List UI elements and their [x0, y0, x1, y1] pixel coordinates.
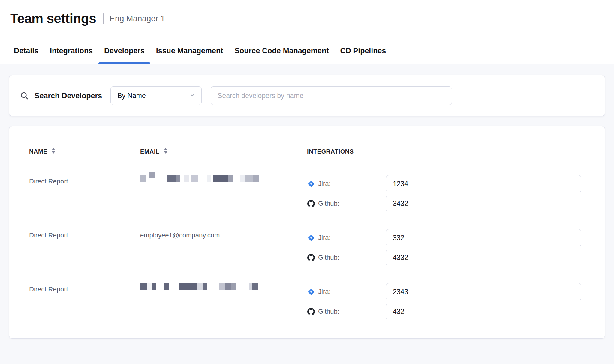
developers-table: NAME EMAIL: [9, 126, 605, 339]
search-panel: Search Developers By Name: [9, 75, 605, 116]
sort-icon[interactable]: [163, 147, 168, 156]
github-integration: Github:: [307, 195, 581, 212]
search-input[interactable]: [211, 86, 452, 105]
github-integration: Github:: [307, 249, 581, 266]
integrations-cell: Jira: Github:: [307, 274, 594, 328]
redaction-pixels: [140, 175, 307, 182]
tab-issue-management[interactable]: Issue Management: [150, 37, 229, 64]
tab-developers[interactable]: Developers: [98, 37, 150, 64]
github-id-input[interactable]: [386, 195, 581, 212]
column-header-integrations: INTEGRATIONS: [307, 148, 594, 155]
jira-label: Jira:: [318, 234, 331, 242]
github-id-input[interactable]: [386, 303, 581, 320]
search-filter-select[interactable]: By Name: [110, 86, 202, 105]
column-label-integrations: INTEGRATIONS: [307, 148, 354, 155]
jira-icon: [307, 234, 315, 241]
jira-integration: Jira:: [307, 229, 581, 246]
tab-cd-pipelines[interactable]: CD Pipelines: [335, 37, 392, 64]
github-icon: [307, 254, 315, 261]
page-title: Team settings: [10, 11, 96, 26]
table-row: Direct Report: [20, 274, 594, 328]
column-header-name[interactable]: NAME: [20, 147, 140, 156]
content-area: Search Developers By Name NAME: [0, 64, 614, 364]
developer-name: Direct Report: [20, 166, 140, 220]
github-label: Github:: [318, 200, 339, 207]
chevron-down-icon: [189, 92, 195, 99]
jira-id-input[interactable]: [386, 283, 581, 300]
developer-name: Direct Report: [20, 220, 140, 274]
tab-details[interactable]: Details: [8, 37, 44, 64]
column-label-name: NAME: [29, 148, 47, 155]
developer-email: employee1@company.com: [140, 220, 307, 274]
redaction-pixels: [140, 283, 307, 290]
table-header-row: NAME EMAIL: [20, 126, 594, 166]
developer-email-redacted: [140, 166, 307, 220]
jira-id-input[interactable]: [386, 175, 581, 192]
github-integration: Github:: [307, 303, 581, 320]
jira-id-input[interactable]: [386, 229, 581, 246]
jira-icon: [307, 181, 315, 187]
table-row: Direct Report: [20, 166, 594, 220]
page-header: Team settings Eng Manager 1: [0, 0, 614, 37]
integrations-cell: Jira: Github:: [307, 220, 594, 274]
github-label: Github:: [318, 254, 339, 261]
tab-integrations[interactable]: Integrations: [44, 37, 98, 64]
developer-email-redacted: [140, 274, 307, 328]
search-filter-value: By Name: [117, 92, 146, 100]
developer-name: Direct Report: [20, 274, 140, 328]
github-icon: [307, 200, 315, 207]
jira-label: Jira:: [318, 288, 331, 296]
search-icon: [20, 91, 29, 100]
tab-source-code-management[interactable]: Source Code Management: [229, 37, 335, 64]
column-label-email: EMAIL: [140, 148, 160, 155]
sort-icon[interactable]: [51, 147, 56, 156]
jira-integration: Jira:: [307, 175, 581, 192]
github-label: Github:: [318, 308, 339, 315]
tab-bar: Details Integrations Developers Issue Ma…: [0, 37, 614, 64]
table-row: Direct Report employee1@company.com: [20, 220, 594, 274]
github-icon: [307, 308, 315, 315]
team-name: Eng Manager 1: [110, 14, 165, 23]
integrations-cell: Jira: Github:: [307, 166, 594, 220]
title-divider: [103, 13, 104, 24]
column-header-email[interactable]: EMAIL: [140, 147, 307, 156]
jira-icon: [307, 288, 315, 295]
github-id-input[interactable]: [386, 249, 581, 266]
team-settings-page: Team settings Eng Manager 1 Details Inte…: [0, 0, 614, 364]
jira-label: Jira:: [318, 180, 331, 188]
jira-integration: Jira:: [307, 283, 581, 300]
search-developers-label: Search Developers: [35, 91, 102, 100]
